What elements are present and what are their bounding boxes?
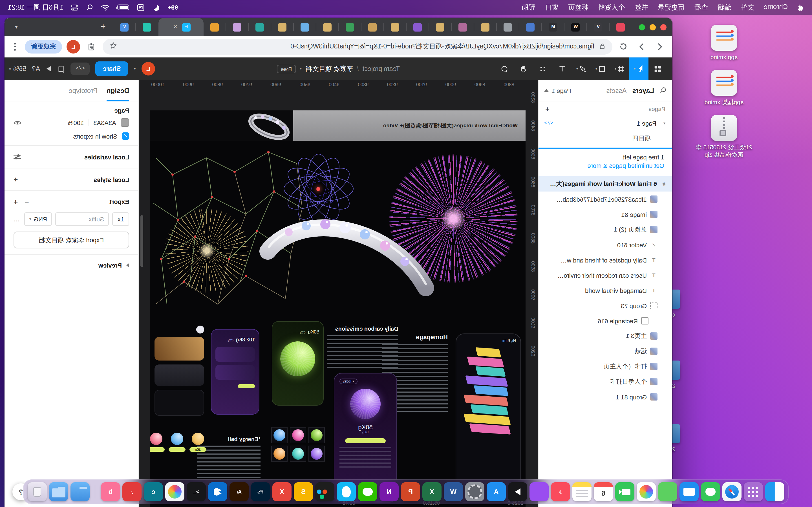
- browser-tab[interactable]: V: [587, 18, 610, 36]
- local-styles-row[interactable]: Local styles +: [4, 168, 138, 191]
- show-in-exports-row[interactable]: Show in exports: [13, 132, 129, 140]
- dock-app-icon[interactable]: [722, 482, 742, 501]
- color-swatch[interactable]: [121, 118, 129, 127]
- dock-app-icon[interactable]: A: [487, 482, 506, 501]
- dock-app-icon[interactable]: b: [101, 482, 120, 501]
- address-bar[interactable]: figma.com/design/bijZBxj7dk0M7cvXQayLJB/…: [103, 39, 612, 54]
- opacity-value[interactable]: 100%: [68, 119, 89, 126]
- menubar-menu-item[interactable]: 个人资料: [598, 3, 625, 12]
- tab-prototype[interactable]: Prototype: [68, 87, 98, 94]
- layer-row[interactable]: Users can redeem their enviro…: [539, 268, 672, 283]
- page-row[interactable]: 项目四: [539, 131, 672, 145]
- browser-tab[interactable]: [316, 18, 339, 36]
- site-info-icon[interactable]: [599, 41, 606, 52]
- tab-assets[interactable]: Assets: [606, 87, 627, 94]
- browser-tab[interactable]: [361, 18, 384, 36]
- export-scale-select[interactable]: 1x: [112, 212, 129, 226]
- browser-tab[interactable]: [452, 18, 474, 36]
- desktop-icon[interactable]: app.xmind: [693, 25, 755, 61]
- layer-row[interactable]: 兑换页 (2) 1: [539, 222, 672, 237]
- dev-mode-toggle[interactable]: </>: [70, 62, 90, 75]
- layer-row[interactable]: 1fcaa37250e17b6d1776d3bab…: [539, 191, 672, 207]
- layer-row[interactable]: Group 81 1: [539, 389, 672, 404]
- menubar-menu-item[interactable]: 历史记录: [658, 3, 685, 12]
- add-export-icon[interactable]: +: [13, 198, 18, 206]
- variables-filter-icon[interactable]: [13, 155, 21, 159]
- export-suffix-input[interactable]: Suffix: [56, 212, 109, 226]
- comment-tool[interactable]: [495, 57, 514, 80]
- dock-app-icon[interactable]: [701, 482, 720, 501]
- menubar-menu-item[interactable]: 书签: [635, 3, 648, 12]
- menubar-menu-item[interactable]: 编辑: [718, 3, 731, 12]
- page-row[interactable]: Page 1 </>: [539, 116, 672, 131]
- layer-row[interactable]: 打卡（个人主页: [539, 359, 672, 374]
- back-button[interactable]: [653, 40, 666, 53]
- menubar-menu-item[interactable]: 查看: [695, 3, 708, 12]
- visibility-eye-icon[interactable]: [13, 120, 21, 125]
- browser-tab[interactable]: [474, 18, 497, 36]
- dock-app-icon[interactable]: [315, 482, 335, 501]
- add-page-button[interactable]: +: [545, 105, 550, 113]
- dock-app-icon[interactable]: P: [401, 482, 420, 501]
- new-tab-button[interactable]: +: [96, 20, 110, 34]
- actions-tool[interactable]: [534, 57, 553, 80]
- dock-app-icon[interactable]: e: [144, 482, 163, 501]
- menubar-menu-item[interactable]: 文件: [741, 3, 754, 12]
- zoom-window-button[interactable]: [639, 24, 645, 30]
- browser-tab[interactable]: [136, 18, 158, 36]
- extension-clipboard-icon[interactable]: [85, 40, 98, 53]
- notification-count-badge[interactable]: 99+: [167, 4, 178, 11]
- main-menu-icon[interactable]: [649, 57, 668, 80]
- browser-tab[interactable]: [429, 18, 452, 36]
- dock-app-icon[interactable]: [615, 482, 635, 501]
- desktop-icon[interactable]: app框架.xmind: [693, 70, 755, 106]
- pen-tool[interactable]: [572, 57, 591, 80]
- dock-app-icon[interactable]: [508, 482, 527, 501]
- apple-menu-icon[interactable]: [797, 3, 804, 11]
- dock-app-icon[interactable]: [70, 482, 90, 501]
- browser-tab[interactable]: W: [564, 18, 587, 36]
- menubar-menu-item[interactable]: Chrome: [764, 3, 788, 12]
- export-format-select[interactable]: PNG: [24, 212, 52, 226]
- dock-app-icon[interactable]: [744, 482, 763, 501]
- checkbox-checked-icon[interactable]: [122, 132, 129, 140]
- layer-row[interactable]: Group 73: [539, 298, 672, 313]
- local-variables-row[interactable]: Local variables: [4, 146, 138, 168]
- page-color-row[interactable]: A3A3A3 100%: [13, 118, 129, 127]
- preview-row[interactable]: Preview: [4, 255, 138, 276]
- battery-icon[interactable]: [117, 4, 129, 10]
- artboard[interactable]: Work:Final work images(大图/细节图/焦点图)+ Vide…: [150, 110, 525, 507]
- shape-tool[interactable]: [591, 57, 610, 80]
- project-breadcrumb[interactable]: Team project: [363, 65, 400, 72]
- design-canvas[interactable]: 8800890090009100920093009400950096009700…: [139, 80, 538, 507]
- dock-app-icon[interactable]: N: [379, 482, 399, 501]
- get-unlimited-link[interactable]: Get unlimited pages & more: [546, 162, 664, 169]
- browser-tab[interactable]: [384, 18, 407, 36]
- panel-search-icon[interactable]: [660, 87, 666, 94]
- ai-help-icon[interactable]: A?: [32, 65, 40, 73]
- file-title[interactable]: Team project / 李家欢 项目文档 Free: [277, 57, 400, 80]
- chrome-update-button[interactable]: 完成更新: [25, 40, 62, 53]
- browser-tab[interactable]: [249, 18, 271, 36]
- dock-app-icon[interactable]: 6: [594, 482, 613, 501]
- layer-row[interactable]: image 81: [539, 207, 672, 222]
- url-text[interactable]: figma.com/design/bijZBxj7dk0M7cvXQayLJB/…: [122, 42, 594, 51]
- dock-app-icon[interactable]: [337, 482, 356, 501]
- text-tool[interactable]: [553, 57, 572, 80]
- browser-tab[interactable]: [271, 18, 294, 36]
- share-button[interactable]: Share: [96, 61, 128, 76]
- layer-row[interactable]: Vector 610: [539, 237, 672, 252]
- layer-row[interactable]: 6 Final Work:Final work images(大…: [539, 176, 672, 191]
- zoom-menu[interactable]: 56%: [9, 65, 26, 72]
- frame-tool[interactable]: [610, 57, 629, 80]
- disclosure-triangle-icon[interactable]: [126, 263, 129, 268]
- browser-tab[interactable]: [497, 18, 519, 36]
- spotlight-search-icon[interactable]: [86, 4, 93, 11]
- menubar-menu-item[interactable]: 帮助: [522, 3, 536, 12]
- move-tool[interactable]: [629, 57, 649, 80]
- present-play-icon[interactable]: [46, 65, 52, 72]
- browser-tab[interactable]: [519, 18, 542, 36]
- dock-app-icon[interactable]: [208, 482, 227, 501]
- canvas-scrollbar[interactable]: [140, 215, 143, 267]
- browser-tab[interactable]: V: [113, 18, 136, 36]
